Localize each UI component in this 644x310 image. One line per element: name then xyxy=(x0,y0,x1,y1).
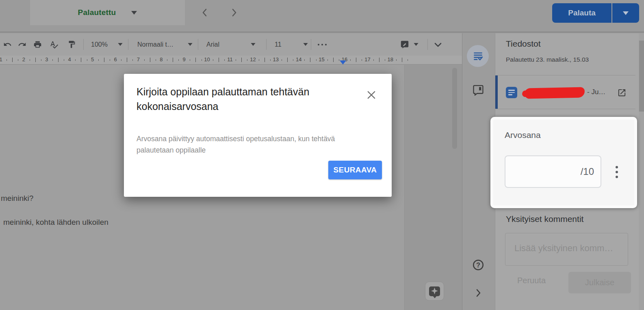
redo-button[interactable] xyxy=(18,33,26,56)
redacted-student-name xyxy=(525,87,585,99)
docs-toolbar: 100% Normaali t… Arial 11 xyxy=(0,33,462,56)
print-button[interactable] xyxy=(33,33,42,56)
ruler-mark: 15 xyxy=(319,56,324,62)
divider xyxy=(496,109,635,109)
toolbar-separator xyxy=(311,39,311,50)
editing-mode-dropdown[interactable] xyxy=(400,33,419,56)
paint-format-button[interactable] xyxy=(67,33,76,56)
gemini-button[interactable] xyxy=(425,282,444,301)
print-icon xyxy=(33,40,42,49)
ruler-mark: 18 xyxy=(388,56,393,62)
editing-mode-icon xyxy=(400,40,409,49)
return-split-button: Palauta xyxy=(552,3,639,23)
chevron-right-icon xyxy=(473,288,483,298)
spellcheck-button[interactable] xyxy=(50,33,59,56)
spellcheck-icon xyxy=(50,40,59,49)
font-size-dropdown[interactable]: 11 xyxy=(275,33,308,56)
ruler-mark: 1 xyxy=(0,56,2,62)
returned-status: Palautettu 23. maalisk., 15.03 xyxy=(506,56,589,63)
ruler-mark: 4 xyxy=(68,56,71,62)
files-section-title: Tiedostot xyxy=(506,39,541,49)
toolbar-separator xyxy=(427,39,428,50)
document-text-line: meininki, kohta lähden ulkoilen xyxy=(3,218,108,227)
font-size-value: 11 xyxy=(275,41,282,48)
grading-tab-button[interactable] xyxy=(467,45,489,67)
submission-status-dropdown[interactable]: Palautettu xyxy=(30,0,185,25)
ruler[interactable]: 123456789101112131415161718 xyxy=(0,56,462,65)
return-options-button[interactable] xyxy=(612,3,639,23)
panel-scrollbar-thumb[interactable] xyxy=(639,41,644,112)
svg-text:?: ? xyxy=(476,261,480,269)
document-scrollbar[interactable] xyxy=(452,68,457,149)
submitted-file-row[interactable]: - Ju… xyxy=(495,75,635,109)
paint-format-icon xyxy=(67,40,76,49)
file-name-suffix: - Ju… xyxy=(587,88,605,96)
zoom-value: 100% xyxy=(91,41,108,48)
hide-menus-button[interactable] xyxy=(433,33,443,56)
grade-input[interactable] xyxy=(505,155,601,188)
publish-comment-button[interactable]: Julkaise xyxy=(568,272,631,293)
more-options-icon xyxy=(318,44,327,45)
toolbar-separator xyxy=(83,39,84,50)
undo-button[interactable] xyxy=(3,33,12,56)
toolbar-separator xyxy=(128,39,128,50)
ruler-mark: 5 xyxy=(91,56,94,62)
redo-icon xyxy=(18,40,26,49)
private-comment-input[interactable] xyxy=(505,233,628,266)
grade-section-title: Arvosana xyxy=(505,130,541,140)
cancel-comment-button[interactable]: Peruuta xyxy=(517,276,546,285)
submission-status-label: Palautettu xyxy=(78,8,116,17)
ruler-mark: 7 xyxy=(137,56,140,62)
font-dropdown[interactable]: Arial xyxy=(206,33,256,56)
ruler-mark: 13 xyxy=(273,56,279,62)
zoom-dropdown[interactable]: 100% xyxy=(91,33,123,56)
chevron-down-icon xyxy=(188,43,192,46)
sparkle-icon xyxy=(429,286,440,296)
help-button[interactable]: ? xyxy=(468,259,489,271)
paragraph-style-dropdown[interactable]: Normaali t… xyxy=(137,33,193,56)
chevron-down-icon xyxy=(303,43,308,46)
grading-icon xyxy=(473,51,484,62)
google-doc-icon xyxy=(506,87,517,98)
next-button[interactable]: SEURAAVA xyxy=(328,161,382,179)
chevron-down-icon xyxy=(414,43,418,46)
grade-more-options-button[interactable] xyxy=(612,163,621,181)
classroom-header: Palautettu Palauta xyxy=(0,0,644,32)
ruler-mark: 14 xyxy=(296,56,301,62)
return-button[interactable]: Palauta xyxy=(552,3,611,23)
chevron-down-icon xyxy=(131,11,137,15)
comment-bank-button[interactable] xyxy=(468,84,489,96)
open-in-new-button[interactable] xyxy=(617,88,627,99)
ruler-mark: 8 xyxy=(160,56,163,62)
undo-icon xyxy=(3,40,12,49)
comment-bank-icon xyxy=(473,84,484,96)
previous-student-button[interactable] xyxy=(200,8,210,17)
active-file-indicator xyxy=(495,75,498,109)
ruler-mark: 2 xyxy=(22,56,25,62)
ruler-mark: 3 xyxy=(45,56,48,62)
grade-tutorial-dialog: Kirjoita oppilaan palauttaman tehtävän k… xyxy=(124,74,392,197)
help-icon: ? xyxy=(472,259,484,271)
font-value: Arial xyxy=(206,41,219,48)
chevron-down-icon xyxy=(118,43,122,46)
more-toolbar-options-button[interactable] xyxy=(318,33,327,56)
dialog-title: Kirjoita oppilaan palauttaman tehtävän k… xyxy=(137,84,364,114)
document-text-line: meininki? xyxy=(1,194,33,203)
grade-spotlight-section: Arvosana xyxy=(490,117,637,208)
open-in-new-icon xyxy=(617,88,627,97)
ruler-mark: 9 xyxy=(183,56,186,62)
close-icon[interactable] xyxy=(366,89,377,101)
private-comments-title: Yksityiset kommentit xyxy=(506,214,583,224)
toolbar-separator xyxy=(266,39,267,50)
style-value: Normaali t… xyxy=(137,41,173,48)
next-student-button[interactable] xyxy=(229,8,239,17)
chevron-down-icon xyxy=(623,11,629,15)
collapse-panel-button[interactable] xyxy=(468,288,489,298)
ruler-mark: 12 xyxy=(250,56,256,62)
chevron-down-icon xyxy=(251,43,255,46)
chevron-down-icon xyxy=(433,40,443,50)
indent-marker[interactable] xyxy=(340,60,346,65)
ruler-mark: 10 xyxy=(204,56,210,62)
ruler-mark: 11 xyxy=(227,56,233,62)
toolbar-separator xyxy=(198,39,198,50)
